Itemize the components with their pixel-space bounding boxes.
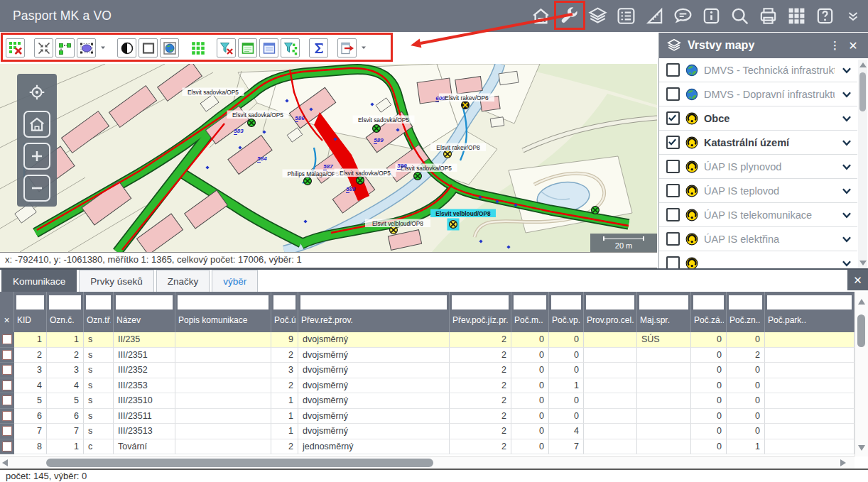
row-checkbox-cell[interactable] — [0, 378, 14, 394]
lamp-symbol-green[interactable] — [357, 177, 364, 185]
chevron-down-icon[interactable] — [840, 257, 853, 270]
lamp-symbol-green[interactable] — [592, 207, 600, 214]
column-header-po-vp[interactable]: Poč.vp. — [549, 292, 584, 332]
table-row[interactable]: 55sIII/235101dvojsměrný20000 — [0, 393, 855, 409]
collapse-icon[interactable] — [842, 4, 864, 29]
layer-checkbox[interactable] — [666, 87, 680, 101]
chevron-down-icon[interactable] — [840, 233, 853, 246]
column-filter-input[interactable] — [300, 295, 447, 310]
row-checkbox-cell[interactable] — [0, 332, 14, 348]
column-header-popis-komunikace[interactable]: Popis komunikace — [175, 292, 271, 332]
scroll-up-icon[interactable] — [858, 299, 865, 305]
scroll-left-icon[interactable] — [2, 459, 8, 466]
row-checkbox[interactable] — [2, 411, 12, 421]
layer-item[interactable]: DMVS - Dopravní infrastruktura — [659, 82, 857, 106]
column-header-ozn-t[interactable]: Ozn.tř. — [84, 292, 114, 332]
lamp-symbol-yellow[interactable] — [390, 226, 398, 234]
column-header-maj-spr[interactable]: Maj.spr. — [637, 292, 691, 332]
sum-button[interactable] — [309, 38, 328, 57]
chevron-down-icon[interactable] — [840, 112, 853, 125]
print-icon[interactable] — [757, 4, 779, 29]
column-filter-input[interactable] — [639, 295, 688, 310]
layers-close-icon[interactable]: ✕ — [845, 39, 861, 53]
scrollbar-thumb[interactable] — [46, 459, 433, 467]
layer-checkbox[interactable] — [666, 111, 680, 125]
info-icon[interactable] — [700, 4, 722, 29]
row-checkbox-cell[interactable] — [0, 409, 14, 425]
tab-komunikace[interactable]: Komunikace — [1, 270, 77, 292]
layer-item[interactable] — [659, 251, 857, 269]
table-row[interactable]: 66sIII/235111dvojsměrný20000 — [0, 409, 855, 425]
table-h-scrollbar[interactable] — [0, 456, 855, 469]
column-filter-input[interactable] — [551, 295, 581, 310]
layer-item[interactable]: ÚAP IS elektřina — [659, 227, 857, 251]
table-v-scrollbar[interactable] — [855, 292, 868, 456]
chevron-down-icon[interactable] — [840, 88, 853, 101]
lamp-symbol-green[interactable] — [304, 177, 312, 185]
column-filter-input[interactable] — [767, 295, 852, 310]
scroll-up-icon[interactable] — [859, 62, 867, 67]
column-filter-input[interactable] — [178, 295, 268, 310]
column-filter-input[interactable] — [116, 295, 173, 310]
select-by-ellipse-dropdown-icon[interactable] — [98, 38, 108, 57]
scroll-right-icon[interactable] — [840, 459, 846, 466]
legend-icon[interactable] — [615, 4, 636, 29]
zoom-in-button[interactable] — [23, 143, 50, 170]
chevron-down-icon[interactable] — [840, 209, 853, 221]
kebab-menu-icon[interactable]: ⋮ — [830, 39, 840, 52]
lamp-symbol-dark[interactable] — [462, 102, 470, 109]
lamp-symbol-green[interactable] — [414, 172, 422, 180]
column-filter-input[interactable] — [86, 295, 111, 310]
column-header-po-park[interactable]: Poč.park.. — [765, 292, 855, 332]
column-header-ozn[interactable]: Ozn.č. — [47, 292, 84, 332]
column-header-p-ev-re-prov[interactable]: Přev.rež.prov. — [298, 292, 450, 332]
table-row[interactable]: 11sII/2359dvojsměrný200SÚS00 — [0, 332, 855, 348]
panel-close-button[interactable]: ✕ — [847, 270, 868, 290]
layer-checkbox[interactable] — [666, 232, 680, 246]
help-icon[interactable] — [814, 4, 835, 29]
table-row[interactable]: 81cTovární2jednosměrný20701 — [0, 439, 855, 455]
lamp-symbol-yellow[interactable] — [444, 150, 452, 158]
column-header-po-z[interactable]: Poč.zá.. — [691, 292, 727, 332]
layer-item[interactable]: Obce — [659, 106, 857, 131]
column-header-po-m[interactable]: Poč.m.. — [511, 292, 549, 332]
lamp-symbol-green[interactable] — [248, 119, 256, 127]
filter-selected-button[interactable] — [281, 38, 300, 57]
chevron-down-icon[interactable] — [840, 64, 853, 77]
show-form-button[interactable] — [259, 38, 278, 57]
show-records-button[interactable] — [238, 38, 257, 57]
search-icon[interactable] — [729, 4, 750, 29]
locate-button[interactable] — [23, 79, 50, 106]
layer-checkbox[interactable] — [666, 184, 680, 197]
comments-icon[interactable] — [672, 4, 693, 29]
zoom-out-button[interactable] — [23, 175, 50, 202]
row-checkbox-cell[interactable] — [0, 363, 14, 378]
column-header-prov-pro-cel[interactable]: Prov.pro.cel. — [584, 292, 637, 332]
column-filter-input[interactable] — [693, 295, 724, 310]
layer-checkbox[interactable] — [666, 256, 680, 269]
lamp-symbol-green[interactable] — [373, 125, 381, 133]
chevron-down-icon[interactable] — [840, 185, 853, 197]
chevron-down-icon[interactable] — [840, 136, 853, 149]
select-by-line-button[interactable] — [55, 38, 75, 57]
column-header-po-zn[interactable]: Poč.zn.. — [727, 292, 765, 332]
select-by-rectangle-button[interactable] — [139, 38, 158, 57]
layer-checkbox[interactable] — [666, 208, 680, 221]
chevron-down-icon[interactable] — [840, 160, 853, 173]
row-checkbox[interactable] — [2, 442, 12, 451]
layers-scrollbar[interactable] — [858, 60, 867, 268]
column-filter-input[interactable] — [586, 295, 634, 310]
select-by-map-button[interactable] — [160, 38, 179, 57]
column-header-po[interactable]: Poč.ú.. — [271, 292, 298, 332]
scrollbar-thumb[interactable] — [857, 314, 865, 347]
scroll-down-icon[interactable] — [858, 445, 865, 451]
modules-icon[interactable] — [786, 4, 807, 29]
row-checkbox[interactable] — [2, 365, 12, 375]
row-checkbox[interactable] — [2, 380, 12, 390]
tools-icon[interactable] — [558, 4, 580, 29]
layer-checkbox[interactable] — [666, 136, 680, 149]
table-row[interactable]: 22sIII/23512dvojsměrný20002 — [0, 348, 855, 363]
layer-checkbox[interactable] — [666, 160, 680, 173]
zoom-to-selection-button[interactable] — [34, 38, 53, 57]
column-header-kid[interactable]: KID — [14, 292, 47, 332]
